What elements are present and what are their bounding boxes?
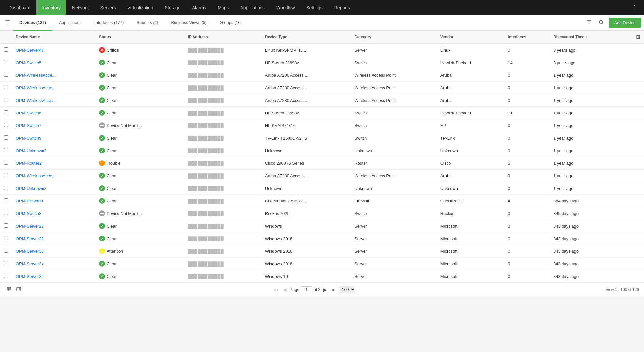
nav-item-virtualization[interactable]: Virtualization: [122, 0, 159, 15]
device-name-cell[interactable]: OPM-Server30: [12, 245, 95, 258]
device-name-cell[interactable]: OPM-Unknown2: [12, 144, 95, 157]
device-name-cell[interactable]: OPM-Server32: [12, 232, 95, 245]
nav-item-workflow[interactable]: Workflow: [270, 0, 300, 15]
more-menu-icon[interactable]: ⋮: [628, 4, 641, 11]
row-checkbox-cell[interactable]: [0, 270, 12, 283]
nav-item-dashboard[interactable]: Dashboard: [3, 0, 36, 15]
header-discovered-time[interactable]: Discovered Time↑: [550, 31, 623, 44]
row-actions-cell: [623, 119, 644, 132]
interfaces-cell: 4: [504, 195, 550, 207]
device-name-cell[interactable]: OPM-Server34: [12, 258, 95, 270]
filter-icon[interactable]: [584, 17, 594, 28]
device-name-cell[interactable]: OPM-Switch9: [12, 132, 95, 144]
select-all-checkbox[interactable]: [5, 20, 10, 25]
row-checkbox-cell[interactable]: [0, 182, 12, 195]
chart-icon[interactable]: [15, 286, 23, 293]
table-row: OPM-Server34 ✓ Clear ███████████ Windows…: [0, 258, 644, 270]
row-checkbox-cell[interactable]: [0, 144, 12, 157]
row-checkbox-cell[interactable]: [0, 195, 12, 207]
row-checkbox-cell[interactable]: [0, 44, 12, 56]
category-cell: Server: [351, 270, 437, 283]
sub-tab-interfaces--177-[interactable]: Interfaces (177): [88, 15, 130, 31]
device-name-cell[interactable]: OPM-Server41: [12, 44, 95, 56]
nav-item-maps[interactable]: Maps: [212, 0, 234, 15]
device-name-cell[interactable]: OPM-WirelessAcce...: [12, 82, 95, 94]
discovered-time-cell: 1 year ago: [550, 157, 623, 170]
nav-item-inventory[interactable]: Inventory: [36, 0, 67, 15]
row-checkbox-cell[interactable]: [0, 157, 12, 170]
ip-address-cell: ███████████: [184, 144, 261, 157]
device-name-cell[interactable]: OPM-WirelessAcce...: [12, 94, 95, 107]
per-page-select[interactable]: 100 50 25: [339, 286, 355, 293]
row-checkbox-cell[interactable]: [0, 82, 12, 94]
ip-address-cell: ███████████: [184, 132, 261, 144]
device-name-cell[interactable]: OPM-Switch5: [12, 56, 95, 69]
device-name-cell[interactable]: OPM-Unknown3: [12, 182, 95, 195]
nav-item-network[interactable]: Network: [66, 0, 94, 15]
device-name-cell[interactable]: OPM-WirelessAcce...: [12, 69, 95, 82]
row-checkbox-cell[interactable]: [0, 107, 12, 119]
discovered-time-cell: 343 days ago: [550, 245, 623, 258]
row-checkbox-cell[interactable]: [0, 119, 12, 132]
row-checkbox-cell[interactable]: [0, 232, 12, 245]
status-label: Clear: [107, 73, 117, 78]
device-name-cell[interactable]: OPM-Switch6: [12, 107, 95, 119]
table-row: OPM-Server22 ✓ Clear ███████████ Windows…: [0, 220, 644, 232]
sub-tab-subnets--2-[interactable]: Subnets (2): [130, 15, 165, 31]
row-checkbox-cell[interactable]: [0, 245, 12, 258]
nav-item-reports[interactable]: Reports: [328, 0, 356, 15]
table-row: OPM-Switch6 ✓ Clear ███████████ HP Switc…: [0, 107, 644, 119]
device-name-cell[interactable]: OPM-Firewall1: [12, 195, 95, 207]
nav-item-alarms[interactable]: Alarms: [186, 0, 212, 15]
nav-item-settings[interactable]: Settings: [300, 0, 328, 15]
header-device-type: Device Type: [261, 31, 351, 44]
vendor-cell: Ruckus: [437, 207, 504, 220]
nav-item-applications[interactable]: Applications: [234, 0, 270, 15]
status-label: Attention: [107, 249, 123, 254]
nav-item-storage[interactable]: Storage: [159, 0, 186, 15]
table-row: OPM-WirelessAcce... ✓ Clear ███████████ …: [0, 69, 644, 82]
page-input[interactable]: [301, 286, 312, 293]
last-page-button[interactable]: ⏭: [330, 287, 337, 293]
sub-tab-devices--126-[interactable]: Devices (126): [13, 15, 52, 31]
search-icon[interactable]: [596, 17, 606, 28]
vendor-cell: Hewlett-Packard: [437, 56, 504, 69]
ip-address-cell: ███████████: [184, 245, 261, 258]
vendor-cell: Aruba: [437, 69, 504, 82]
discovered-time-cell: 364 days ago: [550, 195, 623, 207]
sub-tab-business-views--5-[interactable]: Business Views (5): [165, 15, 213, 31]
interfaces-cell: 0: [504, 132, 550, 144]
svg-rect-2: [7, 287, 11, 291]
sub-tab-groups--10-[interactable]: Groups (10): [213, 15, 248, 31]
interfaces-cell: 0: [504, 82, 550, 94]
status-label: Trouble: [107, 161, 121, 166]
row-checkbox-cell[interactable]: [0, 94, 12, 107]
device-name-cell[interactable]: OPM-Server35: [12, 270, 95, 283]
table-row: OPM-Switch7 — Device Not Monit... ██████…: [0, 119, 644, 132]
row-checkbox-cell[interactable]: [0, 170, 12, 182]
device-name-cell[interactable]: OPM-WirelessAcce...: [12, 170, 95, 182]
device-name-cell[interactable]: OPM-Switch7: [12, 119, 95, 132]
svg-line-1: [602, 23, 603, 24]
device-name-cell[interactable]: OPM-Switch8: [12, 207, 95, 220]
row-checkbox-cell[interactable]: [0, 207, 12, 220]
device-name-cell[interactable]: OPM-Server22: [12, 220, 95, 232]
add-device-button[interactable]: Add Device: [609, 18, 641, 28]
interfaces-cell: 0: [504, 232, 550, 245]
prev-page-button[interactable]: ◀: [281, 287, 288, 293]
first-page-button[interactable]: ⏮: [272, 287, 280, 293]
sub-tab-applications[interactable]: Applications: [52, 15, 88, 31]
row-checkbox-cell[interactable]: [0, 220, 12, 232]
export-icon[interactable]: [5, 286, 13, 293]
table-row: OPM-Server30 ! Attention ███████████ Win…: [0, 245, 644, 258]
discovered-time-cell: 343 days ago: [550, 270, 623, 283]
grid-view-button[interactable]: ⊞: [636, 34, 640, 40]
row-checkbox-cell[interactable]: [0, 258, 12, 270]
next-page-button[interactable]: ▶: [322, 287, 328, 293]
nav-item-servers[interactable]: Servers: [94, 0, 121, 15]
category-cell: Switch: [351, 119, 437, 132]
row-checkbox-cell[interactable]: [0, 56, 12, 69]
device-name-cell[interactable]: OPM-Router2: [12, 157, 95, 170]
row-checkbox-cell[interactable]: [0, 69, 12, 82]
row-checkbox-cell[interactable]: [0, 132, 12, 144]
